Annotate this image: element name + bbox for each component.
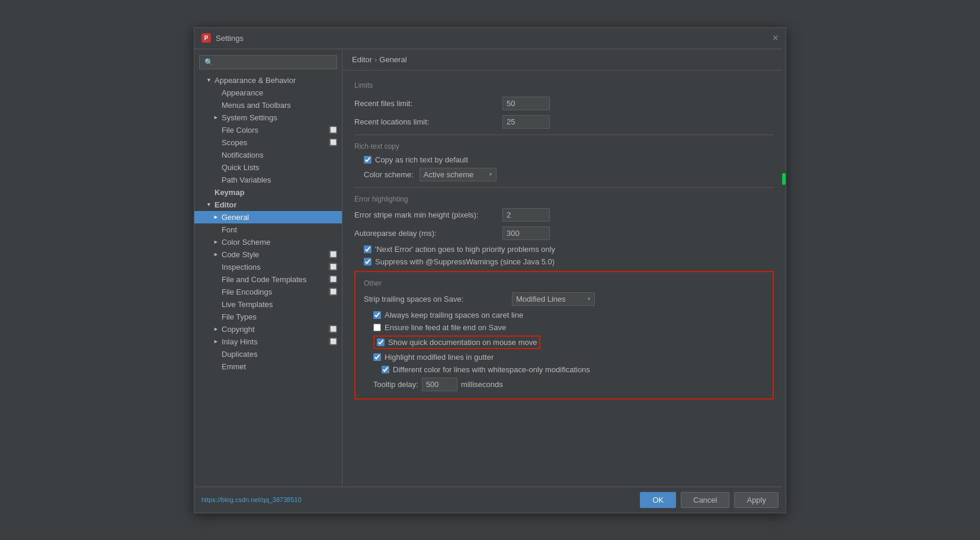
tooltip-delay-unit: milliseconds bbox=[461, 380, 503, 389]
ensure-line-feed-checkbox[interactable] bbox=[373, 324, 381, 331]
limits-label: Limits bbox=[354, 81, 774, 92]
different-color-label: Different color for lines with whitespac… bbox=[393, 365, 590, 374]
sidebar-item-scopes[interactable]: Scopes ⬜ bbox=[194, 136, 342, 149]
sidebar-item-copyright[interactable]: ► Copyright ⬜ bbox=[194, 323, 342, 335]
sidebar-item-file-encodings[interactable]: File Encodings ⬜ bbox=[194, 286, 342, 298]
recent-files-input[interactable] bbox=[502, 97, 550, 110]
badge-icon: ⬜ bbox=[329, 138, 337, 146]
recent-locations-input[interactable] bbox=[502, 115, 550, 129]
ensure-line-feed-row: Ensure line feed at file end on Save bbox=[373, 323, 764, 332]
highlight-modified-checkbox[interactable] bbox=[373, 353, 381, 361]
sidebar-item-label: Appearance bbox=[222, 88, 263, 97]
arrow-icon: ► bbox=[213, 251, 219, 257]
badge-icon: ⬜ bbox=[329, 263, 337, 271]
ensure-line-feed-label: Ensure line feed at file end on Save bbox=[385, 323, 506, 332]
sidebar-item-emmet[interactable]: Emmet bbox=[194, 360, 342, 373]
suppress-warnings-checkbox[interactable] bbox=[364, 258, 371, 266]
sidebar-item-quick-lists[interactable]: Quick Lists bbox=[194, 161, 342, 174]
strip-trailing-row: Strip trailing spaces on Save: None Modi… bbox=[364, 292, 764, 306]
sidebar-item-keymap[interactable]: Keymap bbox=[194, 186, 342, 199]
sidebar-item-label: Inlay Hints bbox=[222, 337, 258, 346]
arrow-icon: ▼ bbox=[206, 77, 212, 83]
different-color-checkbox[interactable] bbox=[382, 366, 389, 373]
sidebar-item-color-scheme[interactable]: ► Color Scheme bbox=[194, 236, 342, 248]
arrow-icon: ► bbox=[213, 239, 219, 245]
suppress-warnings-label: Suppress with @SuppressWarnings (since J… bbox=[375, 257, 555, 266]
sidebar-item-code-style[interactable]: ► Code Style ⬜ bbox=[194, 248, 342, 261]
sidebar-item-label: Font bbox=[222, 225, 237, 234]
sidebar-item-label: Editor bbox=[214, 200, 237, 209]
tooltip-delay-input[interactable] bbox=[422, 378, 457, 391]
error-stripe-label: Error stripe mark min height (pixels): bbox=[354, 210, 497, 219]
main-panel: Editor › General Limits Recent files lim… bbox=[342, 49, 786, 487]
search-input[interactable] bbox=[199, 55, 337, 69]
apply-button[interactable]: Apply bbox=[734, 492, 779, 508]
copy-rich-text-checkbox[interactable] bbox=[364, 156, 371, 164]
sidebar-item-label: File Types bbox=[222, 312, 257, 321]
arrow-icon: ▼ bbox=[206, 202, 212, 207]
breadcrumb-part2: General bbox=[379, 55, 406, 64]
show-quick-doc-highlighted: Show quick documentation on mouse move bbox=[373, 335, 540, 349]
strip-trailing-select[interactable]: None Modified Lines All bbox=[512, 292, 595, 306]
badge-icon: ⬜ bbox=[329, 337, 337, 346]
next-error-label: 'Next Error' action goes to high priorit… bbox=[375, 245, 555, 254]
close-button[interactable]: × bbox=[772, 33, 779, 43]
sidebar-item-general[interactable]: ► General bbox=[194, 211, 342, 223]
sidebar-item-duplicates[interactable]: Duplicates bbox=[194, 348, 342, 360]
recent-files-row: Recent files limit: bbox=[354, 97, 774, 110]
sidebar-item-label: Keymap bbox=[214, 188, 245, 197]
strip-trailing-select-wrapper: None Modified Lines All bbox=[512, 292, 595, 306]
active-scheme-select[interactable]: Active scheme bbox=[419, 168, 497, 181]
sidebar-item-inspections[interactable]: Inspections ⬜ bbox=[194, 261, 342, 273]
recent-locations-label: Recent locations limit: bbox=[354, 117, 497, 126]
sidebar-item-label: Code Style bbox=[222, 250, 260, 259]
sidebar-item-label: Menus and Toolbars bbox=[222, 101, 291, 110]
cancel-button[interactable]: Cancel bbox=[681, 492, 729, 508]
next-error-row: 'Next Error' action goes to high priorit… bbox=[364, 245, 774, 254]
sidebar-item-menus-toolbars[interactable]: Menus and Toolbars bbox=[194, 99, 342, 111]
badge-icon: ⬜ bbox=[329, 126, 337, 134]
footer: https://blog.csdn.net/qq_38738510 OK Can… bbox=[194, 487, 786, 513]
breadcrumb-separator: › bbox=[374, 55, 377, 64]
other-section: Other Strip trailing spaces on Save: Non… bbox=[354, 271, 774, 400]
arrow-icon: ► bbox=[213, 326, 219, 332]
sidebar-item-font[interactable]: Font bbox=[194, 223, 342, 236]
badge-icon: ⬜ bbox=[329, 325, 337, 333]
sidebar-item-label: File Encodings bbox=[222, 287, 272, 296]
badge-icon: ⬜ bbox=[329, 250, 337, 258]
sidebar-item-label: Scopes bbox=[222, 138, 247, 147]
sidebar-item-file-code-templates[interactable]: File and Code Templates ⬜ bbox=[194, 273, 342, 286]
titlebar-left: P Settings bbox=[201, 33, 244, 43]
sidebar-item-system-settings[interactable]: ► System Settings bbox=[194, 111, 342, 124]
color-scheme-row: Color scheme: Active scheme bbox=[364, 168, 774, 181]
suppress-warnings-row: Suppress with @SuppressWarnings (since J… bbox=[364, 257, 774, 266]
sidebar-item-live-templates[interactable]: Live Templates bbox=[194, 298, 342, 311]
titlebar: P Settings × bbox=[194, 28, 786, 49]
sidebar-item-inlay-hints[interactable]: ► Inlay Hints ⬜ bbox=[194, 335, 342, 348]
sidebar-item-path-variables[interactable]: Path Variables bbox=[194, 174, 342, 186]
app-icon: P bbox=[201, 33, 211, 43]
error-stripe-input[interactable] bbox=[502, 208, 550, 222]
ok-button[interactable]: OK bbox=[640, 492, 676, 508]
keep-trailing-label: Always keep trailing spaces on caret lin… bbox=[385, 311, 523, 319]
sidebar-item-appearance[interactable]: Appearance bbox=[194, 87, 342, 99]
sidebar-item-editor[interactable]: ▼ Editor bbox=[194, 199, 342, 211]
show-quick-doc-checkbox[interactable] bbox=[377, 338, 385, 346]
next-error-checkbox[interactable] bbox=[364, 245, 371, 253]
sidebar-item-label: Live Templates bbox=[222, 300, 273, 309]
autoreparse-input[interactable] bbox=[502, 226, 550, 240]
sidebar-item-label: Copyright bbox=[222, 325, 255, 334]
settings-dialog: P Settings × ▼ Appearance & Behavior App… bbox=[194, 27, 786, 513]
sidebar-item-file-colors[interactable]: File Colors ⬜ bbox=[194, 124, 342, 136]
content-area: ▼ Appearance & Behavior Appearance Menus… bbox=[194, 49, 786, 487]
sidebar-item-notifications[interactable]: Notifications bbox=[194, 149, 342, 161]
sidebar-item-file-types[interactable]: File Types bbox=[194, 311, 342, 323]
sidebar-item-label: File and Code Templates bbox=[222, 275, 307, 284]
sidebar-item-label: Notifications bbox=[222, 151, 264, 159]
sidebar-item-appearance-behavior[interactable]: ▼ Appearance & Behavior bbox=[194, 74, 342, 87]
sidebar-item-label: General bbox=[222, 213, 249, 222]
highlight-modified-row: Highlight modified lines in gutter bbox=[373, 353, 764, 362]
keep-trailing-checkbox[interactable] bbox=[373, 311, 381, 319]
tooltip-delay-label: Tooltip delay: bbox=[373, 380, 418, 389]
copy-rich-text-row: Copy as rich text by default bbox=[364, 155, 774, 164]
